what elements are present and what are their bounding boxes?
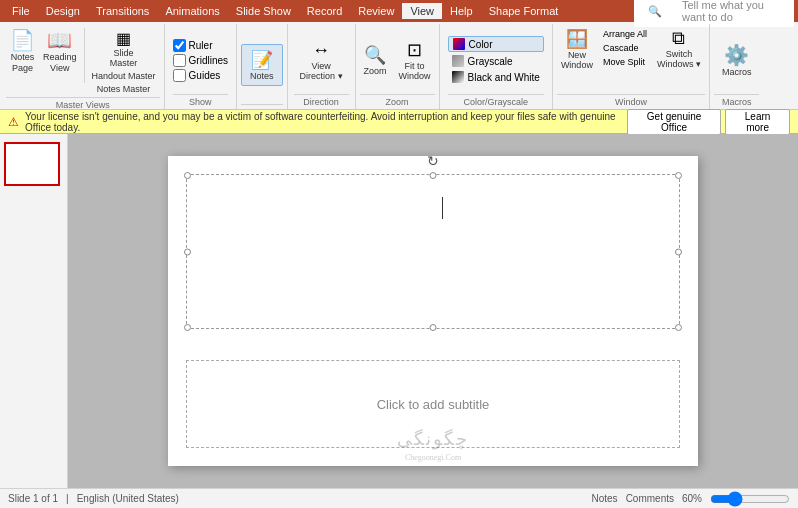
menu-view[interactable]: View [402,3,442,19]
grayscale-icon [452,55,464,67]
status-bar: Slide 1 of 1 | English (United States) N… [0,488,798,508]
search-icon: 🔍 [640,3,670,20]
menu-review[interactable]: Review [350,3,402,19]
arrange-all-button[interactable]: Arrange All [599,28,651,40]
view-direction-button[interactable]: ↔️ ViewDirection ▾ [294,36,349,85]
cascade-button[interactable]: Cascade [599,42,651,54]
canvas-area: ↻ Click to add subtitle چگونگی [68,134,798,488]
switch-windows-button[interactable]: ⧉ SwitchWindows ▾ [653,26,705,71]
color-group-label: Color/Grayscale [448,94,544,107]
notes-button[interactable]: 📝 Notes [241,44,283,86]
menu-animations[interactable]: Animations [157,3,227,19]
guides-checkbox-label[interactable]: Guides [173,69,228,82]
subtitle-placeholder[interactable]: Click to add subtitle [186,360,680,448]
window-group-label: Window [557,94,705,107]
zoom-button[interactable]: 🔍 Zoom [360,42,391,78]
notification-text: Your license isn't genuine, and you may … [25,111,619,133]
zoom-slider[interactable] [710,494,790,504]
ribbon-group-show: Ruler Gridlines Guides Show [165,24,237,109]
grayscale-option[interactable]: Grayscale [448,54,544,68]
show-group-label: Show [173,94,228,107]
get-genuine-office-button[interactable]: Get genuine Office [627,109,721,135]
handle-right-mid[interactable] [675,248,682,255]
macros-button[interactable]: ⚙️ Macros [714,41,760,79]
notes-page-button[interactable]: 📄 NotesPage [6,26,39,76]
language-info: English (United States) [77,493,179,504]
gridlines-checkbox[interactable] [173,54,186,67]
menu-file[interactable]: File [4,3,38,19]
zoom-level: 60% [682,493,702,504]
handle-top-mid[interactable] [430,172,437,179]
status-right: Notes Comments 60% [592,493,791,504]
macros-group-label: Macros [714,94,760,107]
menu-record[interactable]: Record [299,3,350,19]
menu-transitions[interactable]: Transitions [88,3,157,19]
handle-left-mid[interactable] [184,248,191,255]
ribbon-group-notes: 📝 Notes [237,24,288,109]
warning-icon: ⚠ [8,115,19,129]
ruler-checkbox-label[interactable]: Ruler [173,39,228,52]
ribbon-group-views: 📄 NotesPage 📖 ReadingView ▦ SlideMaster … [2,24,165,109]
title-placeholder[interactable]: ↻ [186,174,680,329]
handle-bottom-right[interactable] [675,324,682,331]
notification-bar: ⚠ Your license isn't genuine, and you ma… [0,110,798,134]
ruler-checkbox[interactable] [173,39,186,52]
slide-master-button[interactable]: ▦ SlideMaster [88,28,160,69]
bw-icon [452,71,464,83]
zoom-group-label: Zoom [360,94,435,107]
subtitle-placeholder-text: Click to add subtitle [377,397,490,412]
ribbon: 📄 NotesPage 📖 ReadingView ▦ SlideMaster … [0,22,798,110]
direction-group-label: Direction [294,94,349,107]
menu-slideshow[interactable]: Slide Show [228,3,299,19]
move-split-button[interactable]: Move Split [599,56,651,68]
ribbon-group-direction: ↔️ ViewDirection ▾ Direction [288,24,356,109]
menu-bar: File Design Transitions Animations Slide… [0,0,798,22]
color-icon [453,38,465,50]
search-bar[interactable]: 🔍 Tell me what you want to do [634,0,794,27]
menu-design[interactable]: Design [38,3,88,19]
notes-group-label [241,104,283,107]
ribbon-group-color: Color Grayscale Black and White Color/Gr… [440,24,553,109]
handle-top-right[interactable] [675,172,682,179]
ribbon-group-macros: ⚙️ Macros Macros [710,24,764,109]
menu-shape-format[interactable]: Shape Format [481,3,567,19]
notes-status[interactable]: Notes [592,493,618,504]
search-placeholder: Tell me what you want to do [674,0,784,25]
bw-option[interactable]: Black and White [448,70,544,84]
ribbon-group-window: 🪟 NewWindow Arrange All Cascade Move Spl… [553,24,710,109]
rotate-handle-icon[interactable]: ↻ [427,153,439,169]
handle-bottom-mid[interactable] [430,324,437,331]
separator [84,28,85,83]
reading-view-button[interactable]: 📖 ReadingView [39,26,81,76]
handle-top-left[interactable] [184,172,191,179]
ribbon-group-zoom: 🔍 Zoom ⊡ Fit toWindow Zoom [356,24,440,109]
color-option[interactable]: Color [448,36,544,52]
title-cursor [442,197,443,219]
slide-canvas[interactable]: ↻ Click to add subtitle چگونگی [168,156,698,466]
fit-to-window-button[interactable]: ⊡ Fit toWindow [395,37,435,83]
new-window-button[interactable]: 🪟 NewWindow [557,26,597,72]
slide-info: Slide 1 of 1 [8,493,58,504]
guides-checkbox[interactable] [173,69,186,82]
handout-master-button[interactable]: Handout Master [88,70,160,82]
notes-master-button[interactable]: Notes Master [88,83,160,95]
slide-thumbnail[interactable] [4,142,60,186]
main-area: ↻ Click to add subtitle چگونگی [0,134,798,488]
handle-bottom-left[interactable] [184,324,191,331]
learn-more-button[interactable]: Learn more [725,109,790,135]
views-group-label: Master Views [6,97,160,110]
slide-panel [0,134,68,488]
menu-help[interactable]: Help [442,3,481,19]
comments-status[interactable]: Comments [626,493,674,504]
gridlines-checkbox-label[interactable]: Gridlines [173,54,228,67]
